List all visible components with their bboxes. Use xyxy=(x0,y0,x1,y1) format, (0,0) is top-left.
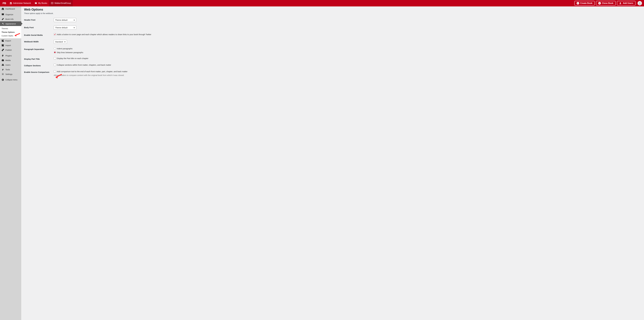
checkbox-source-comparison[interactable] xyxy=(54,70,56,73)
sidebar-item-appearance[interactable]: Appearance xyxy=(0,21,21,26)
sidebar-item-settings[interactable]: Settings xyxy=(0,72,21,76)
camera-icon xyxy=(2,59,4,61)
wrench-icon xyxy=(2,68,4,71)
label-webbook-width: Webbook Width xyxy=(24,40,54,43)
svg-point-5 xyxy=(3,64,4,65)
sidebar-item-media[interactable]: Media xyxy=(0,58,21,62)
radio-indent-paragraphs[interactable] xyxy=(54,47,56,50)
my-books[interactable]: My Books xyxy=(33,0,49,6)
sidebar-item-organize[interactable]: Organize xyxy=(0,12,21,17)
clone-book-label: Clone Book xyxy=(602,2,613,4)
label-body-font: Body Font xyxy=(24,26,54,28)
users-icon xyxy=(2,63,4,66)
link-icon xyxy=(2,49,4,51)
sidebar-item-dashboard[interactable]: Dashboard xyxy=(0,6,21,11)
sidebar-item-tools[interactable]: Tools xyxy=(0,67,21,72)
user-plus-icon xyxy=(619,2,622,4)
book-open-icon xyxy=(2,13,4,16)
home-icon xyxy=(2,7,4,10)
svg-point-6 xyxy=(2,74,3,74)
plus-icon: + xyxy=(598,2,601,4)
add-users-label: Add Users xyxy=(623,2,633,4)
topbar-left: PB Administer Network My Books WalkerSma… xyxy=(1,0,73,6)
sparkle-icon xyxy=(2,22,4,25)
sidebar-item-label: Book Info xyxy=(6,18,14,20)
import-icon xyxy=(2,44,4,46)
label-display-part-title: Display Part Title xyxy=(24,57,54,60)
label-social-media: Enable Social Media xyxy=(24,33,54,36)
bolt-icon xyxy=(2,54,4,57)
sidebar-sub-themes[interactable]: Themes xyxy=(0,27,21,30)
topbar: PB Administer Network My Books WalkerSma… xyxy=(0,0,644,6)
collapse-menu-label: Collapse menu xyxy=(6,79,18,81)
sidebar-item-label: Publish xyxy=(6,49,12,51)
row-paragraph-separation: Paragraph Separation Indent paragraphs S… xyxy=(24,47,641,53)
logo[interactable]: PB xyxy=(1,2,8,5)
sidebar-item-label: Media xyxy=(6,59,11,61)
checkbox-display-part-title-label: Display the Part title on each chapter xyxy=(57,57,88,59)
row-source-comparison: Enable Source Comparison Add comparison … xyxy=(24,70,641,76)
svg-point-1 xyxy=(639,2,640,3)
sidebar-sub-theme-options[interactable]: Theme Options xyxy=(0,30,21,34)
book-icon xyxy=(51,2,54,4)
sidebar-item-label: Import xyxy=(6,44,11,46)
sidebar-item-label: Dashboard xyxy=(6,8,15,10)
row-collapse-sections: Collapse Sections Collapse sections with… xyxy=(24,64,641,67)
row-body-font: Body Font Theme default xyxy=(24,26,641,29)
checkbox-source-comparison-label: Add comparison tool to the end of each f… xyxy=(57,70,128,73)
sidebar-item-users[interactable]: Users xyxy=(0,62,21,67)
sidebar-item-plugins[interactable]: Plugins xyxy=(0,53,21,58)
sidebar-item-import[interactable]: Import xyxy=(0,43,21,48)
sidebar-item-label: Users xyxy=(6,64,10,66)
sidebar-item-publish[interactable]: Publish xyxy=(0,48,21,52)
checkbox-social-media-label: Adds a button to cover page and each cha… xyxy=(57,33,151,35)
sidebar-submenu: Themes Theme Options Custom Styles xyxy=(0,26,21,38)
my-books-label: My Books xyxy=(38,2,47,4)
sidebar-item-export[interactable]: Export xyxy=(0,38,21,43)
sidebar-item-label: Plugins xyxy=(6,54,12,57)
radio-skip-lines-label: Skip lines between paragraphs xyxy=(57,51,83,53)
administer-network-label: Administer Network xyxy=(13,2,31,4)
collapse-menu[interactable]: Collapse menu xyxy=(0,77,21,82)
radio-skip-lines[interactable] xyxy=(54,51,56,53)
sidebar-item-label: Tools xyxy=(6,68,10,71)
checkbox-display-part-title[interactable] xyxy=(54,57,56,59)
sidebar: Dashboard Organize Book Info Appearance … xyxy=(0,6,21,320)
svg-point-4 xyxy=(2,64,3,65)
clone-book-button[interactable]: + Clone Book xyxy=(596,1,616,5)
label-paragraph-separation: Paragraph Separation xyxy=(24,47,54,50)
create-book-label: Create Book xyxy=(580,2,592,4)
checkbox-social-media[interactable] xyxy=(54,33,56,35)
checkbox-collapse-sections-label: Collapse sections within front matter, c… xyxy=(57,64,111,66)
add-users-button[interactable]: Add Users xyxy=(617,1,636,5)
create-book-button[interactable]: + Create Book xyxy=(574,1,595,5)
avatar[interactable] xyxy=(638,1,642,5)
radio-indent-paragraphs-label: Indent paragraphs xyxy=(57,47,72,50)
checkbox-collapse-sections[interactable] xyxy=(54,64,56,66)
current-book-label: WalkerSmallGoup xyxy=(54,2,71,4)
select-header-font[interactable]: Theme default xyxy=(54,18,76,22)
current-book[interactable]: WalkerSmallGoup xyxy=(49,0,73,6)
svg-point-3 xyxy=(2,60,3,61)
select-webbook-width[interactable]: Standard xyxy=(54,40,67,44)
topbar-right: + Create Book + Clone Book Add Users xyxy=(574,1,643,5)
administer-network[interactable]: Administer Network xyxy=(8,0,33,6)
sidebar-sub-custom-styles[interactable]: Custom Styles xyxy=(0,34,21,37)
sidebar-item-book-info[interactable]: Book Info xyxy=(0,17,21,21)
label-source-comparison: Enable Source Comparison xyxy=(24,70,54,73)
sidebar-item-label: Organize xyxy=(6,13,13,15)
row-webbook-width: Webbook Width Standard xyxy=(24,40,641,44)
collapse-icon xyxy=(2,78,4,81)
row-display-part-title: Display Part Title Display the Part titl… xyxy=(24,57,641,60)
svg-point-7 xyxy=(2,79,4,81)
sidebar-item-label: Export xyxy=(6,40,11,42)
svg-point-0 xyxy=(620,2,621,3)
label-header-font: Header Font xyxy=(24,18,54,21)
gear-icon xyxy=(2,73,4,75)
books-icon xyxy=(35,2,37,4)
page-title: Web Options xyxy=(24,8,641,11)
content: Web Options These options apply to the w… xyxy=(21,6,644,320)
edit-icon xyxy=(2,18,4,20)
row-header-font: Header Font Theme default xyxy=(24,18,641,22)
select-body-font[interactable]: Theme default xyxy=(54,26,76,29)
